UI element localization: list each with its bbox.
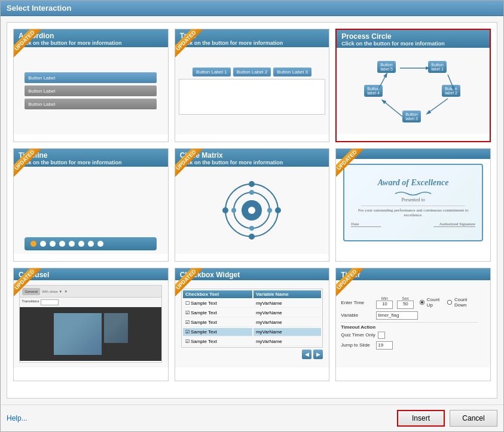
award-text: For your outstanding performance and con… (348, 208, 478, 217)
tab-btn-1: Button Label 1 (193, 68, 231, 76)
card-title-process-circle: Process Circle (341, 32, 485, 41)
insert-button[interactable]: Insert (397, 410, 445, 427)
timer-min-group: Min 10 (376, 296, 393, 309)
checkbox-row-2-text: ☑Sample Text (183, 309, 252, 317)
process-circle-nodes: Buttonlabel 5 Buttonlabel 1 Buttonlabel … (359, 58, 467, 124)
checkbox-row-2-var: myVarName (253, 309, 321, 317)
timeline-dot-6 (78, 241, 84, 247)
timer-quiz-label: Quiz Timer Only (341, 332, 375, 338)
updated-badge-timeline (13, 148, 48, 183)
checkbox-row-2: ☑Sample Text myVarName (183, 309, 321, 317)
timer-quiz-checkbox[interactable] (378, 332, 385, 339)
svg-point-14 (249, 190, 254, 195)
tabs-row: Button Label 1 Button Label 2 Button Lab… (193, 68, 311, 76)
timeline-dot-2 (40, 241, 46, 247)
checkbox-row-3-var: myVarName (253, 318, 321, 327)
card-checkbox-widget[interactable]: Checkbox Widget Checkbox Text Variable N… (175, 268, 330, 381)
timeline-dot-5 (69, 241, 75, 247)
timer-countdown-label: Count Down (454, 297, 478, 308)
dialog-footer: Help... Insert Cancel (1, 405, 503, 431)
select-interaction-dialog: Select Interaction Accordion Click on th… (0, 0, 504, 432)
timeline-dot-8 (97, 241, 103, 247)
interaction-grid: Accordion Click on the button for more i… (13, 29, 491, 381)
process-node-3: Buttonlabel 3 (402, 111, 421, 122)
card-process-circle[interactable]: Process Circle Click on the button for m… (335, 29, 491, 142)
tab-btn-2: Button Label 2 (233, 68, 271, 76)
timeline-dot-4 (59, 241, 65, 247)
carousel-image-area (20, 307, 161, 361)
timer-radio-countdown[interactable] (447, 300, 451, 305)
timer-sec-label: Sec (402, 296, 409, 301)
card-subtitle-process-circle: Click on the button for more information (341, 41, 485, 47)
award-presented-to: Presented to (401, 197, 424, 203)
checkbox-row-5-var: myVarName (253, 338, 321, 346)
svg-point-15 (267, 208, 272, 213)
card-header-process-circle: Process Circle Click on the button for m… (337, 30, 490, 48)
checkbox-btn-left[interactable]: ◀ (302, 350, 311, 359)
timeline-dots (25, 237, 157, 250)
timer-sec-group: Sec 50 (397, 296, 414, 309)
carousel-label-2: ▼ (64, 290, 68, 293)
card-tabs[interactable]: Tabs Click on the button for more inform… (175, 29, 330, 142)
updated-badge-circle-matrix (175, 148, 210, 183)
card-award[interactable]: Award of Excellence Presented to For you… (335, 148, 491, 262)
award-flourish (389, 190, 437, 197)
updated-badge-accordion (13, 29, 48, 64)
checkbox-row-1-var: myVarName (253, 299, 321, 308)
help-link[interactable]: Help... (7, 414, 28, 422)
checkbox-row-4: ☑Sample Text myVarName (183, 328, 321, 336)
checkbox-row-3-text: ☑Sample Text (183, 318, 252, 327)
timeline-dot-7 (88, 241, 94, 247)
card-circle-matrix[interactable]: Circle Matrix Click on the button for mo… (175, 148, 330, 262)
process-node-2: Buttonlabel 2 (442, 85, 460, 97)
card-timer[interactable]: Timer Enter Time Min 10 (335, 268, 491, 381)
accordion-btn-2: Button Label (25, 85, 157, 96)
card-accordion[interactable]: Accordion Click on the button for more i… (13, 29, 169, 142)
svg-line-3 (428, 99, 448, 113)
award-date-label: Date (351, 222, 359, 226)
svg-point-12 (249, 234, 255, 240)
process-node-5: Buttonlabel 5 (377, 61, 396, 73)
interaction-grid-area[interactable]: Accordion Click on the button for more i… (7, 22, 497, 399)
updated-badge-timer (335, 268, 371, 303)
checkbox-row-5-text: ☑Sample Text (183, 338, 252, 346)
timer-quiz-row: Quiz Timer Only (341, 332, 478, 339)
award-title: Award of Excellence (378, 178, 449, 188)
circle-matrix-svg (222, 180, 282, 240)
timer-radio-countup[interactable] (420, 300, 424, 305)
timer-divider (341, 322, 478, 323)
checkbox-row-4-text: ☑Sample Text (183, 328, 252, 336)
process-node-4: Buttonlabel 4 (364, 85, 383, 97)
checkbox-toolbar: ◀ ▶ (181, 350, 323, 359)
card-content-process-circle: Buttonlabel 5 Buttonlabel 1 Buttonlabel … (337, 48, 490, 134)
accordion-btn-1: Button Label (25, 72, 157, 83)
checkbox-btn-right[interactable]: ▶ (313, 350, 323, 359)
timer-variable-label: Variable (341, 312, 374, 318)
card-carousel[interactable]: Carousel General Wth show ▼ ▼ (13, 268, 169, 381)
dialog-title: Select Interaction (1, 1, 503, 16)
footer-buttons: Insert Cancel (397, 410, 497, 427)
timeline-dot-1 (30, 241, 36, 247)
carousel-image-2 (104, 313, 128, 343)
timer-sec-input[interactable]: 50 (397, 301, 414, 309)
updated-badge-tabs (175, 29, 210, 64)
svg-point-10 (249, 181, 255, 187)
accordion-btn-3: Button Label (25, 99, 157, 109)
tabs-content-area (179, 79, 326, 115)
timer-jump-label: Jump to Slide (341, 342, 374, 348)
svg-point-17 (231, 208, 236, 213)
timer-jump-input[interactable]: 19 (376, 341, 393, 350)
card-timeline[interactable]: Timeline Click on the button for more in… (13, 148, 169, 262)
cancel-button[interactable]: Cancel (450, 410, 497, 427)
checkbox-row-3: ☑Sample Text myVarName (183, 318, 321, 327)
timeline-dot-3 (50, 241, 56, 247)
timer-min-input[interactable]: 10 (376, 301, 393, 309)
timer-timeout-action-label: Timeout Action (341, 324, 478, 330)
updated-badge-checkbox (175, 268, 210, 303)
timer-variable-input[interactable]: timer_flag (376, 311, 418, 320)
process-node-1: Buttonlabel 1 (428, 61, 447, 73)
carousel-image-1 (54, 313, 102, 355)
timer-inner: Enter Time Min 10 Sec 50 (341, 296, 478, 352)
timer-countup-label: Count Up (427, 297, 445, 308)
checkbox-col-2: Variable Name (253, 290, 321, 298)
